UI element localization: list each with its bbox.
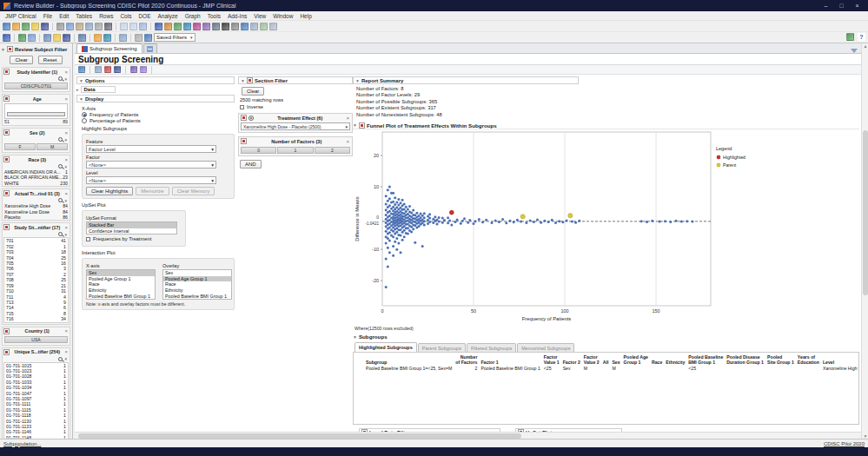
data-point-subgroups[interactable]	[423, 212, 426, 215]
folder-icon[interactable]	[53, 34, 61, 42]
menu-item-rows[interactable]: Rows	[96, 13, 116, 19]
refresh-report-icon[interactable]	[78, 34, 86, 42]
data-point-subgroups[interactable]	[385, 225, 388, 228]
data-point-subgroups[interactable]	[405, 206, 407, 208]
data-point-subgroups[interactable]	[407, 213, 409, 215]
data-point-subgroups[interactable]	[388, 226, 391, 228]
data-point-subgroups[interactable]	[418, 215, 421, 217]
data-point-subgroups[interactable]	[401, 239, 404, 241]
close-icon[interactable]: ×	[64, 130, 69, 135]
data-point-subgroups[interactable]	[447, 216, 449, 219]
collapse-triangle-icon[interactable]: ▼	[1, 47, 5, 52]
menu-item-file[interactable]: File	[40, 13, 56, 19]
data-point-subgroups[interactable]	[640, 220, 643, 222]
filter-group-header[interactable]: Unique S...tifier (254)×	[3, 348, 70, 356]
settings-icon[interactable]	[140, 66, 147, 73]
data-point-subgroups[interactable]	[412, 228, 414, 230]
data-point-subgroups[interactable]	[400, 251, 402, 254]
search-icon[interactable]	[58, 357, 63, 361]
age-range-slider[interactable]	[4, 103, 68, 119]
data-point-subgroups[interactable]	[387, 247, 389, 249]
overlay-factor-sex[interactable]: Sex	[163, 270, 231, 276]
xaxis-factor-pooled-baseline-bmi-group-1[interactable]: Pooled Baseline BMI Group 1	[87, 294, 155, 300]
close-icon[interactable]: ×	[64, 328, 69, 334]
data-point-subgroups[interactable]	[513, 221, 515, 223]
data-point-subgroups[interactable]	[388, 251, 391, 254]
data-point-subgroups[interactable]	[385, 218, 388, 221]
data-point-subgroups[interactable]	[395, 237, 398, 240]
feature-dropdown[interactable]: Factor Level▾	[86, 145, 216, 153]
outline-close-icon[interactable]	[3, 129, 10, 135]
data-point-subgroups[interactable]	[664, 220, 666, 222]
data-point-subgroups[interactable]	[509, 220, 512, 222]
collapse-triangle-icon[interactable]: ▼	[355, 78, 360, 83]
data-point-subgroups[interactable]	[407, 222, 409, 225]
filter-group-header[interactable]: Sex (2)×	[3, 129, 70, 136]
filter-group-header[interactable]: Study Sit...ntifier (17)×	[3, 223, 70, 231]
data-point-subgroups[interactable]	[385, 214, 388, 216]
data-point-subgroups[interactable]	[403, 208, 406, 211]
subgroups-tab-memorized-subgroups[interactable]: Memorized Subgroups	[517, 343, 574, 352]
data-point-subgroups[interactable]	[578, 220, 580, 222]
data-point-subgroups[interactable]	[385, 208, 388, 211]
save-icon[interactable]	[41, 23, 49, 30]
data-point-subgroups[interactable]	[420, 216, 422, 219]
cut-icon[interactable]	[56, 23, 64, 30]
clear-memory-button[interactable]: Clear Memory	[172, 187, 215, 195]
data-point-subgroups[interactable]	[414, 241, 416, 244]
data-point-subgroups[interactable]	[401, 231, 404, 234]
data-point-subgroups[interactable]	[392, 201, 394, 203]
run-script-icon[interactable]	[139, 23, 147, 30]
data-point-subgroups[interactable]	[385, 235, 388, 238]
chevron-down-icon[interactable]: ▾	[64, 76, 67, 82]
data-point-subgroups[interactable]	[394, 203, 396, 206]
funnel-plot[interactable]: 050100150-20-1010200-1.0421Frequency of …	[353, 129, 859, 331]
menu-item-doe[interactable]: DOE	[135, 13, 154, 19]
menu-item-cols[interactable]: Cols	[116, 13, 135, 19]
search-icon[interactable]	[58, 164, 63, 169]
data-point-subgroups[interactable]	[468, 219, 471, 221]
data-point-subgroups[interactable]	[395, 227, 398, 229]
menu-item-analyze[interactable]: Analyze	[155, 13, 182, 19]
data-point-subgroups[interactable]	[498, 221, 500, 223]
layout-icon[interactable]	[95, 66, 102, 73]
data-point-subgroups[interactable]	[385, 286, 388, 288]
data-point-subgroups[interactable]	[390, 208, 393, 210]
memorize-button[interactable]: Memorize	[136, 187, 169, 195]
maximize-button[interactable]: □	[834, 1, 849, 10]
subgroups-tab-parent-subgroups[interactable]: Parent Subgroups	[418, 343, 466, 352]
data-point-subgroups[interactable]	[651, 220, 653, 222]
inverse-checkbox[interactable]: Inverse	[240, 104, 353, 109]
data-point-subgroups[interactable]	[427, 215, 429, 217]
factors-segment-1[interactable]: 1	[277, 147, 313, 154]
magnifier-icon[interactable]	[212, 23, 220, 30]
search-icon[interactable]	[58, 76, 63, 81]
layout-icon[interactable]	[85, 23, 93, 30]
filter-search-row[interactable]: ▾	[3, 76, 70, 82]
data-point-subgroups[interactable]	[403, 202, 406, 205]
data-point-subgroups[interactable]	[408, 205, 411, 208]
collapse-triangle-icon[interactable]: ▼	[79, 96, 83, 102]
menu-item-tables[interactable]: Tables	[72, 13, 96, 19]
horizontal-scrollbar[interactable]	[75, 432, 861, 439]
scroll-up-icon[interactable]: ▲	[863, 43, 868, 49]
crosshair-icon[interactable]	[222, 23, 229, 30]
data-point-subgroups[interactable]	[385, 221, 388, 224]
new-data-table-icon[interactable]	[3, 23, 10, 30]
data-point-subgroups[interactable]	[392, 235, 394, 238]
data-point-subgroups[interactable]	[395, 248, 398, 251]
data-point-parent[interactable]	[520, 215, 525, 219]
list-item[interactable]: WHITE230	[3, 181, 70, 186]
lasso-icon[interactable]	[202, 23, 210, 30]
data-point-subgroups[interactable]	[392, 230, 394, 233]
filter-group-header[interactable]: Age×	[3, 95, 70, 102]
close-button[interactable]: ×	[850, 1, 865, 10]
filter-search-row[interactable]: ▾	[3, 197, 70, 203]
data-point-parent[interactable]	[568, 214, 573, 218]
data-point-subgroups[interactable]	[421, 221, 424, 224]
upset-format-confidence-interval[interactable]: Confidence Interval	[87, 228, 176, 235]
close-icon[interactable]: ×	[346, 139, 350, 144]
data-point-subgroups[interactable]	[438, 221, 441, 223]
close-icon[interactable]: ×	[64, 69, 69, 75]
data-point-subgroups[interactable]	[410, 230, 413, 233]
